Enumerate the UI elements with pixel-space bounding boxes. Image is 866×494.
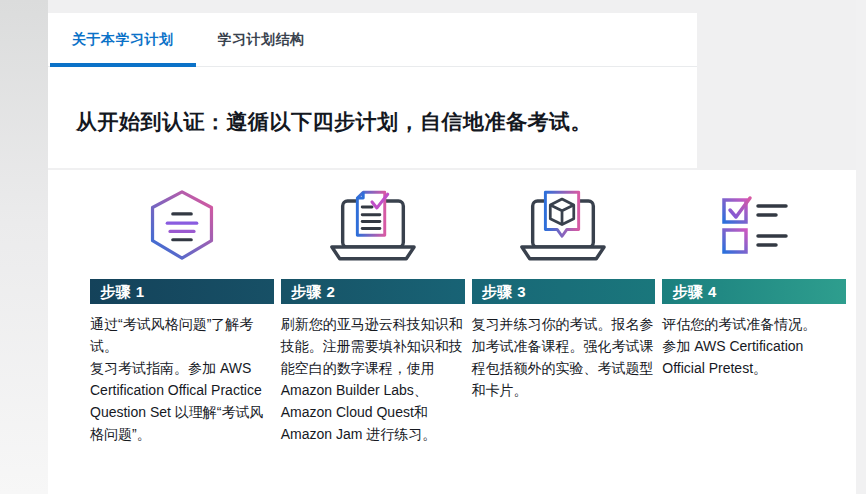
tab-about-plan[interactable]: 关于本学习计划 — [50, 13, 196, 66]
step-title-bar: 步骤 3 — [472, 279, 656, 304]
step-column-2: 步骤 2 刷新您的亚马逊云科技知识和技能。注册需要填补知识和技能空白的数字课程，… — [281, 188, 465, 445]
steps-grid: 步骤 1 通过“考试风格问题”了解考试。 复习考试指南。参加 AWS Certi… — [90, 188, 846, 445]
tab-plan-structure[interactable]: 学习计划结构 — [196, 13, 327, 66]
page-background-gutter — [0, 0, 48, 494]
checklist-icon — [662, 188, 846, 262]
tab-bar: 关于本学习计划 学习计划结构 — [48, 13, 697, 67]
step-title-bar: 步骤 4 — [662, 279, 846, 304]
page-background-gutter-right — [856, 0, 866, 494]
step-description: 通过“考试风格问题”了解考试。 复习考试指南。参加 AWS Certificat… — [90, 313, 274, 445]
step-description: 评估您的考试准备情况。 参加 AWS Certification Officia… — [662, 313, 846, 379]
step-title-bar: 步骤 1 — [90, 279, 274, 304]
hexagon-document-icon — [90, 188, 274, 262]
learning-plan-card: 关于本学习计划 学习计划结构 从开始到认证：遵循以下四步计划，自信地准备考试。 — [48, 13, 697, 168]
step-column-4: 步骤 4 评估您的考试准备情况。 参加 AWS Certification Of… — [662, 188, 846, 445]
laptop-cube-icon — [472, 188, 656, 262]
step-description: 刷新您的亚马逊云科技知识和技能。注册需要填补知识和技能空白的数字课程，使用 Am… — [281, 313, 465, 445]
step-description: 复习并练习你的考试。报名参加考试准备课程。强化考试课程包括额外的实验、考试题型和… — [472, 313, 656, 401]
laptop-checked-document-icon — [281, 188, 465, 262]
section-heading: 从开始到认证：遵循以下四步计划，自信地准备考试。 — [76, 108, 697, 136]
steps-panel: 步骤 1 通过“考试风格问题”了解考试。 复习考试指南。参加 AWS Certi… — [48, 170, 856, 494]
step-column-3: 步骤 3 复习并练习你的考试。报名参加考试准备课程。强化考试课程包括额外的实验、… — [472, 188, 656, 445]
step-title-bar: 步骤 2 — [281, 279, 465, 304]
step-column-1: 步骤 1 通过“考试风格问题”了解考试。 复习考试指南。参加 AWS Certi… — [90, 188, 274, 445]
